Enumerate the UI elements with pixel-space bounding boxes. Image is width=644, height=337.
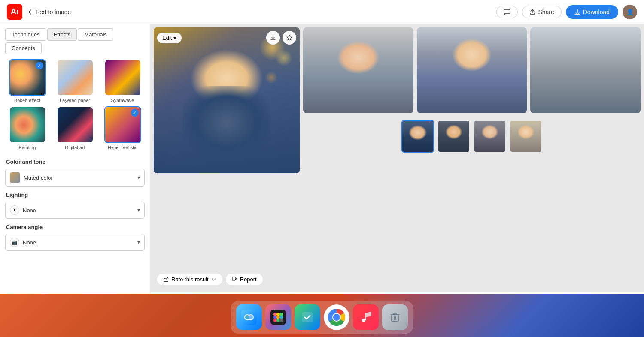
thumbnail-4[interactable] — [510, 120, 542, 153]
lighting-value: None — [23, 207, 134, 214]
effect-bokeh-label: Bokeh effect — [14, 98, 40, 103]
topbar: Ai Text to image Share Download 👤 — [0, 0, 644, 24]
image-overlay-buttons: Edit ▾ — [157, 31, 296, 45]
effect-digital-thumb[interactable] — [57, 106, 94, 143]
center-area: Edit ▾ Rate this r — [150, 24, 644, 337]
svg-point-16 — [276, 316, 280, 319]
camera-angle-dropdown[interactable]: 📷 None ▾ — [5, 234, 145, 251]
effect-hyper[interactable]: ✓ Hyper realistic — [100, 106, 145, 150]
tab-row-top: Techniques Effects Materials — [0, 24, 150, 41]
thumbnails-row — [303, 117, 641, 154]
effect-synthwave-label: Synthwave — [111, 98, 134, 103]
effect-painting[interactable]: Painting — [5, 106, 49, 150]
dock-music[interactable] — [353, 304, 379, 330]
rate-bar: Rate this result Report — [157, 274, 296, 285]
edit-chevron-icon: ▾ — [173, 35, 176, 41]
dock-trash[interactable] — [382, 304, 408, 330]
effect-painting-thumb[interactable] — [9, 106, 46, 143]
dock-finder[interactable] — [236, 304, 262, 330]
lighting-icon: ☀ — [10, 205, 19, 215]
app-logo: Ai — [7, 4, 22, 20]
favorite-button[interactable] — [283, 31, 296, 45]
effect-synthwave-thumb[interactable] — [104, 59, 141, 96]
bokeh-check-icon: ✓ — [36, 62, 43, 69]
thumbnail-2[interactable] — [437, 120, 470, 153]
dock — [0, 294, 644, 337]
topbar-right: Share Download 👤 — [496, 5, 637, 19]
tab-techniques[interactable]: Techniques — [5, 28, 46, 41]
share-label: Share — [538, 9, 554, 15]
side-image-3-partial — [530, 27, 641, 113]
color-tone-dropdown[interactable]: Muted color ▾ — [5, 168, 145, 187]
edit-label: Edit — [162, 35, 172, 41]
svg-rect-2 — [232, 277, 235, 280]
effect-bokeh-thumb[interactable]: ✓ — [9, 59, 46, 96]
svg-marker-1 — [287, 35, 292, 40]
svg-point-20 — [279, 319, 283, 322]
effect-layered[interactable]: Layered paper — [53, 59, 97, 103]
camera-angle-header: Camera angle — [0, 220, 150, 232]
camera-angle-value: None — [23, 239, 134, 246]
svg-rect-28 — [392, 315, 398, 322]
svg-point-26 — [362, 319, 365, 322]
effect-digital[interactable]: Digital art — [53, 106, 97, 150]
left-panel: Techniques Effects Materials Concepts ✓ … — [0, 24, 150, 337]
color-tone-chevron: ▾ — [137, 175, 140, 181]
tab-row-concepts: Concepts — [0, 41, 150, 54]
edit-button[interactable]: Edit ▾ — [157, 33, 182, 43]
dock-container — [231, 301, 413, 334]
svg-point-19 — [276, 319, 280, 322]
lighting-dropdown[interactable]: ☀ None ▾ — [5, 202, 145, 219]
svg-point-17 — [279, 316, 283, 319]
svg-point-10 — [249, 315, 253, 319]
dock-tasks[interactable] — [295, 304, 320, 330]
lighting-header: Lighting — [0, 188, 150, 200]
svg-point-18 — [273, 319, 277, 322]
color-tone-header: Color and tone — [0, 155, 150, 167]
thumbnail-3[interactable] — [474, 120, 506, 153]
main-layout: Techniques Effects Materials Concepts ✓ … — [0, 24, 644, 337]
tab-effects[interactable]: Effects — [47, 28, 77, 41]
rate-button[interactable]: Rate this result — [157, 274, 222, 285]
share-button[interactable]: Share — [522, 6, 561, 18]
report-button[interactable]: Report — [226, 274, 263, 285]
effect-hyper-thumb[interactable]: ✓ — [104, 106, 141, 143]
dock-chrome[interactable] — [324, 304, 349, 330]
svg-rect-0 — [504, 9, 510, 14]
effect-painting-label: Painting — [19, 145, 36, 150]
save-image-button[interactable] — [266, 31, 280, 45]
effects-grid: ✓ Bokeh effect Layered paper Synthwave — [0, 54, 150, 155]
message-button[interactable] — [496, 6, 518, 18]
image-viewer: Edit ▾ Rate this r — [150, 24, 644, 292]
effect-hyper-label: Hyper realistic — [108, 145, 138, 150]
svg-point-15 — [273, 316, 277, 319]
svg-rect-21 — [302, 312, 313, 322]
side-image-row-1 — [303, 27, 641, 113]
back-button[interactable]: Text to image — [27, 9, 71, 15]
svg-point-14 — [279, 313, 283, 316]
side-image-2 — [417, 27, 527, 113]
svg-point-13 — [276, 313, 280, 316]
download-button[interactable]: Download — [566, 5, 618, 19]
tab-concepts[interactable]: Concepts — [5, 42, 42, 54]
effect-synthwave[interactable]: Synthwave — [100, 59, 145, 103]
effect-digital-label: Digital art — [65, 145, 85, 150]
svg-point-12 — [273, 313, 277, 316]
effect-layered-thumb[interactable] — [57, 59, 94, 96]
report-label: Report — [240, 276, 257, 283]
thumbnail-1[interactable] — [401, 120, 434, 153]
effect-layered-label: Layered paper — [60, 98, 90, 103]
color-tone-value: Muted color — [24, 175, 134, 181]
effect-bokeh[interactable]: ✓ Bokeh effect — [5, 59, 49, 103]
back-label: Text to image — [35, 9, 71, 15]
dock-launchpad[interactable] — [265, 304, 291, 330]
user-avatar[interactable]: 👤 — [623, 5, 637, 19]
side-images — [303, 27, 641, 289]
main-image — [154, 27, 300, 173]
side-image-1 — [303, 27, 413, 113]
camera-angle-icon: 📷 — [10, 238, 19, 247]
download-label: Download — [583, 9, 610, 15]
rate-label: Rate this result — [171, 276, 209, 283]
tab-materials[interactable]: Materials — [78, 28, 113, 41]
color-tone-icon — [10, 172, 20, 183]
